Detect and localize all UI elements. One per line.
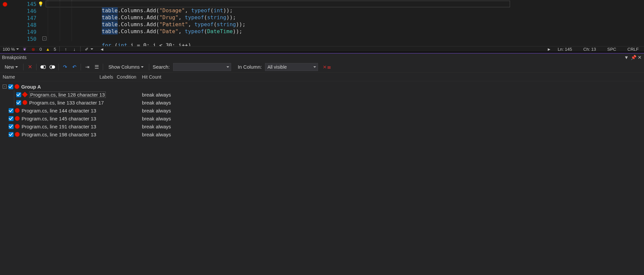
breakpoint-name: Program.cs, line 133 character 17 xyxy=(29,100,104,105)
code-editor[interactable]: 145 146 147 148 149 150 💡 - table.Column… xyxy=(0,0,644,52)
close-icon[interactable]: ✕ xyxy=(637,55,642,60)
separator xyxy=(59,46,60,52)
breakpoint-name: Program.cs, line 144 character 13 xyxy=(22,108,96,113)
warning-count: 5 xyxy=(54,47,56,52)
breakpoint-row[interactable]: Program.cs, line 133 character 17 break … xyxy=(16,99,644,106)
breakpoint-checkbox[interactable] xyxy=(9,108,14,113)
line-number: 146 xyxy=(21,8,36,14)
column-headers[interactable]: Name Labels Condition Hit Count xyxy=(0,73,644,81)
breakpoint-row[interactable]: Program.cs, line 128 character 13 break … xyxy=(16,91,644,99)
enable-all-icon[interactable] xyxy=(40,64,46,70)
search-input[interactable] xyxy=(173,63,231,71)
header-name[interactable]: Name xyxy=(0,74,99,80)
export-icon[interactable]: ↷ xyxy=(62,64,68,70)
breakpoint-icon xyxy=(15,124,20,129)
breakpoint-row[interactable]: Program.cs, line 144 character 13 break … xyxy=(9,106,644,114)
indent-guide xyxy=(60,0,60,41)
line-number: 148 xyxy=(21,22,36,28)
clear-search-icon[interactable]: ⨯≣ xyxy=(324,64,330,70)
hitcount-value: break always xyxy=(142,108,171,113)
indent-guide xyxy=(72,0,72,41)
new-label: New xyxy=(5,64,14,70)
warning-count-icon[interactable]: ▲ xyxy=(45,46,50,52)
show-columns-label: Show Columns xyxy=(108,64,140,70)
indent-guide xyxy=(48,0,48,41)
in-column-combo[interactable] xyxy=(265,63,318,71)
header-condition[interactable]: Condition xyxy=(117,74,142,80)
health-icon[interactable]: ❦ xyxy=(22,46,28,52)
zoom-level-value: 100 % xyxy=(3,47,15,52)
caret-char[interactable]: Ch: 13 xyxy=(581,47,599,52)
separator xyxy=(81,64,81,70)
in-column-input[interactable] xyxy=(265,63,318,71)
header-hitcount[interactable]: Hit Count xyxy=(142,74,182,80)
breakpoint-name: Program.cs, line 191 character 13 xyxy=(22,124,96,129)
svg-point-3 xyxy=(52,65,55,69)
breakpoints-panel: Breakpoints ▼ 📌 ✕ New ✕ ↷ ↶ ⇥ ☰ Show Col… xyxy=(0,53,644,275)
lightbulb-icon[interactable]: 💡 xyxy=(38,1,43,7)
breakpoint-name: Program.cs, line 145 character 13 xyxy=(22,116,96,121)
separator xyxy=(36,64,36,70)
panel-titlebar[interactable]: Breakpoints ▼ 📌 ✕ xyxy=(0,53,644,61)
arrow-up-icon[interactable]: ↑ xyxy=(63,46,68,52)
expand-icon[interactable]: - xyxy=(3,85,7,89)
breakpoint-checkbox[interactable] xyxy=(9,116,14,121)
show-columns-dropdown[interactable]: Show Columns xyxy=(106,63,146,71)
disable-all-icon[interactable] xyxy=(49,64,55,70)
breakpoint-icon xyxy=(15,132,20,137)
separator xyxy=(103,64,103,70)
hitcount-value: break always xyxy=(142,92,171,98)
indent-mode[interactable]: SPC xyxy=(605,47,619,52)
hitcount-value: break always xyxy=(142,116,171,121)
breakpoints-toolbar: New ✕ ↷ ↶ ⇥ ☰ Show Columns Search: In Co… xyxy=(0,61,644,73)
breakpoint-diamond-icon xyxy=(22,92,28,98)
breakpoint-checkbox[interactable] xyxy=(16,100,21,105)
search-combo[interactable] xyxy=(173,63,231,71)
breakpoint-checkbox[interactable] xyxy=(16,92,21,97)
breakpoints-tree[interactable]: - Group A Program.cs, line 128 character… xyxy=(0,81,644,138)
breakpoint-name: Program.cs, line 198 character 13 xyxy=(22,132,96,137)
scroll-right-icon[interactable]: ► xyxy=(547,46,552,52)
panel-title-text: Breakpoints xyxy=(2,55,27,60)
breakpoint-row[interactable]: Program.cs, line 191 character 13 break … xyxy=(9,122,644,130)
code-token: table xyxy=(102,28,118,34)
breakpoint-checkbox[interactable] xyxy=(9,124,14,129)
group-checkbox[interactable] xyxy=(8,84,13,89)
import-icon[interactable]: ↶ xyxy=(71,64,77,70)
in-column-label: In Column: xyxy=(238,64,262,70)
go-to-disassembly-icon[interactable]: ☰ xyxy=(94,64,99,70)
breakpoint-row[interactable]: Program.cs, line 198 character 13 break … xyxy=(9,130,644,138)
line-number: 145 xyxy=(21,1,36,7)
caret-line[interactable]: Ln: 145 xyxy=(555,47,575,52)
code-token: , xyxy=(178,28,185,34)
code-token: .Columns.Add( xyxy=(118,28,159,34)
breakpoint-row[interactable]: Program.cs, line 145 character 13 break … xyxy=(9,114,644,122)
error-count-icon[interactable]: ⊗ xyxy=(31,46,36,52)
breakpoint-checkbox[interactable] xyxy=(9,132,14,137)
brush-icon: ✐ xyxy=(84,46,89,52)
arrow-down-icon[interactable]: ↓ xyxy=(72,46,77,52)
code-token: )); xyxy=(233,28,242,34)
code-token: typeof xyxy=(185,28,204,34)
separator xyxy=(149,64,149,70)
new-breakpoint-dropdown[interactable]: New xyxy=(3,63,20,71)
zoom-level-dropdown[interactable]: 100 % xyxy=(3,47,19,52)
header-labels[interactable]: Labels xyxy=(99,74,117,80)
window-position-icon[interactable]: ▼ xyxy=(624,55,629,60)
outline-collapse-icon[interactable]: - xyxy=(42,36,46,40)
breakpoint-icon xyxy=(23,100,27,105)
brush-dropdown[interactable]: ✐ xyxy=(84,46,93,52)
search-label: Search: xyxy=(153,64,170,70)
scroll-left-icon[interactable]: ◄ xyxy=(99,46,104,52)
hitcount-value: break always xyxy=(142,124,171,129)
group-row[interactable]: - Group A xyxy=(3,83,644,91)
line-number: 149 xyxy=(21,29,36,35)
go-to-source-icon[interactable]: ⇥ xyxy=(84,64,90,70)
delete-breakpoint-icon[interactable]: ✕ xyxy=(27,64,33,70)
line-number: 147 xyxy=(21,15,36,21)
hitcount-value: break always xyxy=(142,132,171,137)
code-token: DateTime xyxy=(207,28,233,34)
pin-icon[interactable]: 📌 xyxy=(631,55,635,60)
breakpoint-glyph[interactable] xyxy=(3,2,7,7)
line-ending[interactable]: CRLF xyxy=(625,47,641,52)
